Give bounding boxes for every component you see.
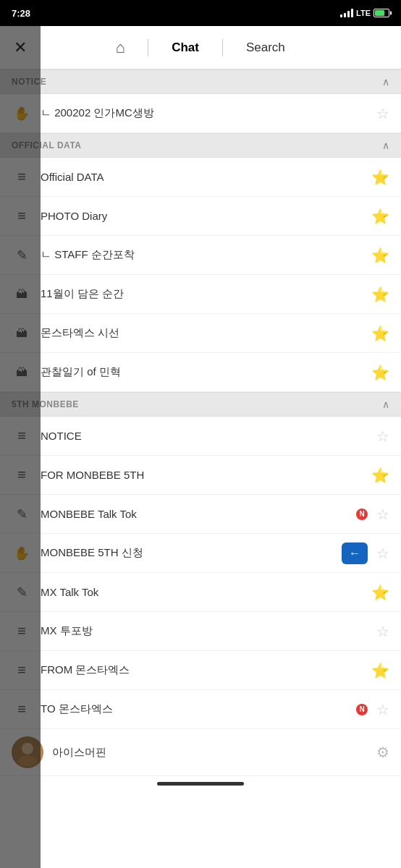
nav-divider-2 <box>222 39 223 56</box>
tab-chat[interactable]: Chat <box>154 41 216 55</box>
status-bar: 7:28 LTE <box>0 0 401 26</box>
item-label: TO 몬스타엑스 <box>41 702 345 716</box>
tab-search[interactable]: Search <box>229 41 303 55</box>
item-label: ㄴ STAFF 순간포착 <box>41 248 363 262</box>
main-content: NOTICE ∧ ✋ ㄴ 200202 인가MC생방 ☆ OFFICIAL DA… <box>0 69 401 776</box>
chevron-up-notice: ∧ <box>382 76 389 88</box>
new-badge: N <box>356 509 368 520</box>
star-icon[interactable]: ⭐ <box>371 208 389 225</box>
chevron-up-5th: ∧ <box>382 399 389 410</box>
item-label: PHOTO Diary <box>41 210 363 222</box>
item-label: 11월이 담은 순간 <box>41 287 363 301</box>
status-indicators: LTE <box>340 9 389 17</box>
star-icon[interactable]: ☆ <box>376 545 389 562</box>
item-label: 몬스타엑스 시선 <box>41 326 363 340</box>
status-time: 7:28 <box>12 8 30 19</box>
star-icon[interactable]: ☆ <box>376 623 389 640</box>
star-icon[interactable]: ⭐ <box>371 325 389 342</box>
chevron-up-official: ∧ <box>382 140 389 151</box>
sidebar-overlay <box>0 26 41 868</box>
battery-icon <box>373 9 389 17</box>
nav-bar: ✕ ⌂ Chat Search <box>0 26 401 69</box>
item-label: NOTICE <box>41 430 368 442</box>
list-item[interactable]: ≡ NOTICE ☆ <box>0 417 401 456</box>
item-label: MX Talk Tok <box>41 586 363 598</box>
list-item[interactable]: 🏔 관찰일기 of 민혁 ⭐ <box>0 353 401 392</box>
item-label: MONBEBE 5TH 신청 <box>41 546 329 560</box>
bottom-bar <box>0 776 401 791</box>
star-icon[interactable]: ⭐ <box>371 247 389 264</box>
list-item[interactable]: ✎ MX Talk Tok ⭐ <box>0 573 401 612</box>
item-label: FROM 몬스타엑스 <box>41 663 363 677</box>
star-icon[interactable]: ⭐ <box>371 662 389 679</box>
star-icon[interactable]: ⭐ <box>371 169 389 186</box>
section-header-official[interactable]: OFFICIAL DATA ∧ <box>0 133 401 158</box>
chat-name: 아이스머핀 <box>52 746 368 760</box>
star-icon[interactable]: ☆ <box>376 506 389 523</box>
home-icon: ⌂ <box>116 38 125 57</box>
section-header-notice[interactable]: NOTICE ∧ <box>0 69 401 94</box>
list-item[interactable]: ≡ FOR MONBEBE 5TH ⭐ <box>0 456 401 495</box>
item-label: MONBEBE Talk Tok <box>41 508 345 520</box>
list-item[interactable]: ≡ MX 투포방 ☆ <box>0 612 401 651</box>
list-item[interactable]: ✋ ㄴ 200202 인가MC생방 ☆ <box>0 94 401 133</box>
home-tab[interactable]: ⌂ <box>98 38 142 57</box>
new-badge: N <box>356 704 368 715</box>
item-label: Official DATA <box>41 171 363 183</box>
star-icon[interactable]: ☆ <box>376 427 389 445</box>
nav-tabs: ⌂ Chat Search <box>0 38 401 57</box>
chat-item[interactable]: 아이스머핀 ⚙ <box>0 729 401 776</box>
list-item[interactable]: ≡ TO 몬스타엑스 N ☆ <box>0 690 401 729</box>
lte-badge: LTE <box>356 9 371 17</box>
home-indicator <box>157 782 244 786</box>
list-item[interactable]: ≡ PHOTO Diary ⭐ <box>0 197 401 236</box>
list-item[interactable]: 🏔 11월이 담은 순간 ⭐ <box>0 275 401 314</box>
star-icon[interactable]: ⭐ <box>371 286 389 303</box>
gear-icon[interactable]: ⚙ <box>376 744 389 761</box>
star-icon[interactable]: ☆ <box>376 105 389 122</box>
list-item[interactable]: ✋ MONBEBE 5TH 신청 ← ☆ <box>0 534 401 573</box>
star-icon[interactable]: ⭐ <box>371 467 389 484</box>
nav-divider-1 <box>148 39 148 56</box>
item-label: MX 투포방 <box>41 624 368 638</box>
list-item[interactable]: ✎ ㄴ STAFF 순간포착 ⭐ <box>0 236 401 275</box>
star-icon[interactable]: ☆ <box>376 701 389 718</box>
item-label: 관찰일기 of 민혁 <box>41 365 363 379</box>
section-header-5th[interactable]: 5TH MONBEBE ∧ <box>0 392 401 417</box>
list-item[interactable]: 🏔 몬스타엑스 시선 ⭐ <box>0 314 401 353</box>
list-item[interactable]: ≡ Official DATA ⭐ <box>0 158 401 197</box>
item-label: ㄴ 200202 인가MC생방 <box>41 106 368 120</box>
list-item[interactable]: ≡ FROM 몬스타엑스 ⭐ <box>0 651 401 690</box>
star-icon[interactable]: ⭐ <box>371 364 389 381</box>
star-icon[interactable]: ⭐ <box>371 584 389 601</box>
list-item[interactable]: ✎ MONBEBE Talk Tok N ☆ <box>0 495 401 534</box>
arrow-left-badge: ← <box>342 542 368 564</box>
item-label: FOR MONBEBE 5TH <box>41 469 363 481</box>
signal-icon <box>340 9 353 17</box>
